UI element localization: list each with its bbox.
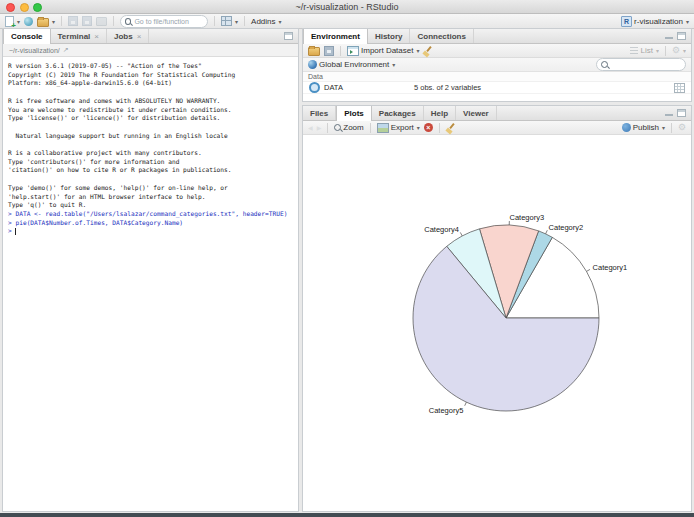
- pie-slice-label: Category2: [549, 223, 584, 232]
- environment-tabbar: Environment History Connections: [303, 29, 691, 44]
- tab-label: Jobs: [114, 32, 133, 41]
- project-menu-button[interactable]: r-visualization ▾: [621, 16, 689, 27]
- list-view-button[interactable]: List▾: [630, 46, 658, 55]
- toolbar-separator: [327, 123, 328, 133]
- tab-viewer[interactable]: Viewer: [456, 106, 497, 120]
- object-name: DATA: [324, 83, 410, 92]
- tab-environment[interactable]: Environment: [303, 29, 368, 44]
- clear-plots-button[interactable]: [446, 123, 456, 133]
- scope-selector-button[interactable]: Global Environment▾: [308, 60, 395, 69]
- load-workspace-button[interactable]: [308, 45, 320, 56]
- toolbar-separator: [439, 123, 440, 133]
- environment-toolbar: Import Dataset▾ List▾ ⚙▾: [303, 44, 691, 58]
- save-button[interactable]: [68, 16, 78, 26]
- rstudio-window: ~/r-visualization - RStudio ▾ ▾ ▾ Addins…: [0, 0, 694, 517]
- environment-settings-button[interactable]: ⚙▾: [672, 46, 686, 55]
- pie-label-tick: [460, 232, 462, 236]
- environment-scope-row: Global Environment▾: [303, 58, 691, 72]
- publish-button[interactable]: Publish▾: [622, 123, 665, 132]
- tab-label: Environment: [311, 32, 360, 41]
- open-in-new-icon[interactable]: ↗: [63, 46, 69, 54]
- chevron-down-icon: ▾: [279, 18, 282, 25]
- tab-console[interactable]: Console: [3, 29, 51, 44]
- toolbar-separator: [370, 123, 371, 133]
- object-summary: 5 obs. of 2 variables: [414, 83, 670, 92]
- r-project-icon: [621, 16, 632, 27]
- pie-slice-label: Category5: [429, 406, 464, 415]
- close-icon[interactable]: ×: [94, 32, 99, 41]
- import-dataset-icon: [347, 46, 359, 56]
- pie-chart: Category1Category2Category3Category4Cate…: [303, 135, 691, 511]
- toolbar-separator: [244, 16, 245, 26]
- chevron-down-icon: ▾: [417, 124, 420, 131]
- addins-menu-button[interactable]: Addins▾: [251, 17, 281, 26]
- chevron-down-icon: ▾: [235, 18, 238, 25]
- tab-label: Help: [431, 109, 448, 118]
- pie-label-tick: [465, 402, 467, 406]
- data-frame-icon: [309, 82, 320, 93]
- section-header-label: Data: [308, 73, 323, 80]
- next-plot-button[interactable]: ▶: [317, 124, 322, 131]
- chevron-down-icon: ▾: [392, 61, 395, 68]
- right-column: Environment History Connections Import D…: [302, 28, 692, 512]
- import-dataset-button[interactable]: Import Dataset▾: [347, 46, 419, 56]
- clear-workspace-button[interactable]: [423, 46, 433, 56]
- tab-terminal[interactable]: Terminal×: [51, 29, 107, 43]
- tabbar-spacer: [149, 29, 284, 43]
- tab-history[interactable]: History: [368, 29, 411, 43]
- tab-files[interactable]: Files: [303, 106, 336, 120]
- scope-selector-label: Global Environment: [319, 60, 389, 69]
- open-folder-icon: [37, 18, 49, 27]
- pie-label-tick: [546, 230, 548, 234]
- tab-jobs[interactable]: Jobs×: [107, 29, 149, 43]
- toolbar-separator: [340, 46, 341, 56]
- remove-plot-button[interactable]: ×: [424, 123, 433, 132]
- tab-connections[interactable]: Connections: [410, 29, 473, 43]
- publish-icon: [622, 123, 631, 132]
- print-button[interactable]: [96, 17, 107, 26]
- tab-plots[interactable]: Plots: [336, 106, 372, 121]
- print-icon: [96, 17, 107, 26]
- tab-label: Console: [11, 32, 43, 41]
- save-all-button[interactable]: [82, 16, 92, 26]
- environment-pane: Environment History Connections Import D…: [302, 28, 692, 102]
- plots-settings-button[interactable]: ⚙: [678, 123, 686, 132]
- save-icon: [324, 46, 334, 56]
- pie-slice-label: Category4: [424, 225, 459, 234]
- list-view-label: List: [640, 46, 652, 55]
- zoom-plot-button[interactable]: Zoom: [334, 123, 363, 132]
- goto-file-search[interactable]: [120, 15, 208, 28]
- console-command-history: > DATA <- read.table("/Users/lsalazar/co…: [8, 210, 298, 227]
- minimize-pane-icon[interactable]: [665, 114, 673, 116]
- environment-object-row[interactable]: DATA 5 obs. of 2 variables: [303, 82, 691, 94]
- chevron-down-icon: ▾: [656, 47, 659, 54]
- pie-slice-label: Category3: [510, 213, 545, 222]
- console-prompt: >: [8, 227, 12, 236]
- console-output-area[interactable]: R version 3.6.1 (2019-07-05) -- "Action …: [3, 57, 298, 511]
- tab-help[interactable]: Help: [424, 106, 456, 120]
- maximize-pane-icon[interactable]: [677, 32, 686, 40]
- minimize-pane-icon[interactable]: [665, 37, 673, 39]
- environment-search[interactable]: [596, 58, 686, 71]
- maximize-pane-icon[interactable]: [677, 109, 686, 117]
- chevron-down-icon: ▾: [17, 18, 20, 25]
- broom-icon: [423, 46, 433, 56]
- save-workspace-button[interactable]: [324, 46, 334, 56]
- environment-search-input[interactable]: [611, 61, 681, 68]
- maximize-pane-icon[interactable]: [284, 32, 293, 40]
- pane-layout-button[interactable]: ▾: [221, 16, 238, 26]
- close-icon[interactable]: ×: [137, 32, 142, 41]
- goto-file-input[interactable]: [134, 18, 203, 25]
- view-table-icon[interactable]: [674, 83, 685, 93]
- open-file-button[interactable]: ▾: [37, 16, 55, 27]
- tab-packages[interactable]: Packages: [372, 106, 424, 120]
- chevron-down-icon: ▾: [662, 124, 665, 131]
- tab-label: Connections: [417, 32, 465, 41]
- previous-plot-button[interactable]: ◀: [308, 124, 313, 131]
- tab-label: Viewer: [463, 109, 489, 118]
- new-project-button[interactable]: [24, 17, 33, 26]
- publish-label: Publish: [633, 123, 659, 132]
- save-icon: [68, 16, 78, 26]
- export-plot-button[interactable]: Export▾: [377, 123, 420, 133]
- new-file-button[interactable]: ▾: [5, 16, 20, 27]
